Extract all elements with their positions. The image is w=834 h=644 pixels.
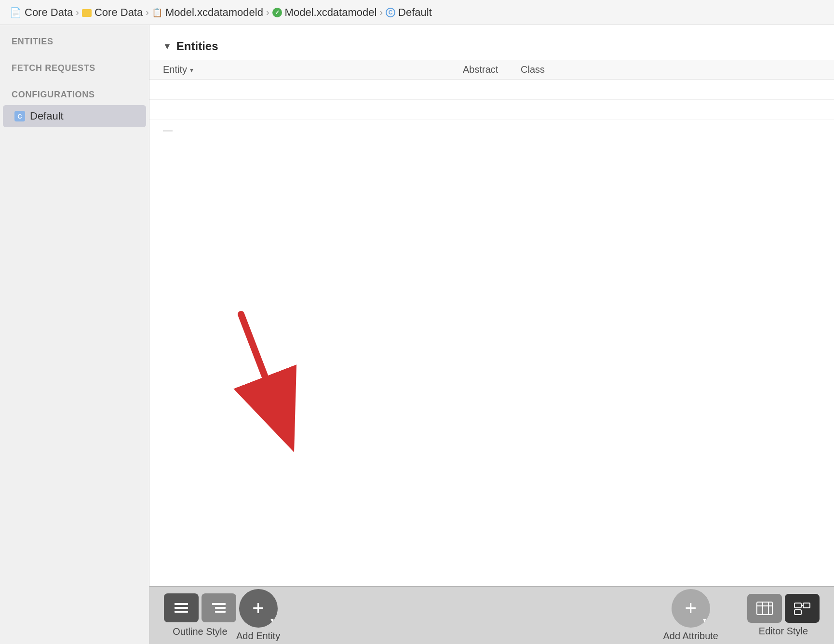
add-entity-group: + ▾ Add Entity	[236, 589, 280, 642]
entities-section: ▼ Entities Entity ▾ Abstract Class —	[149, 25, 834, 586]
editor-graph-button[interactable]	[785, 594, 820, 623]
breadcrumb-label-4: Model.xcdatamodel	[285, 6, 377, 19]
breadcrumb-sep-3: ›	[266, 7, 269, 18]
svg-rect-6	[215, 607, 226, 609]
svg-rect-4	[175, 611, 188, 613]
breadcrumb-item-5[interactable]: C Default	[386, 6, 432, 19]
svg-rect-7	[215, 611, 226, 613]
table-row-2	[149, 100, 834, 120]
folder-icon	[82, 9, 92, 17]
breadcrumb-label-1: Core Data	[25, 6, 73, 19]
svg-rect-8	[757, 602, 772, 615]
circle-c-icon: C	[386, 8, 395, 17]
sidebar-section-entities: ENTITIES	[0, 25, 149, 52]
breadcrumb-bar: 📄 Core Data › Core Data › 📋 Model.xcdata…	[0, 0, 834, 25]
svg-rect-12	[794, 603, 801, 608]
breadcrumb-sep-2: ›	[146, 7, 149, 18]
triangle-icon: ▼	[163, 41, 172, 52]
add-entity-button[interactable]: + ▾	[239, 589, 278, 628]
xcdatamodeld-icon: 📋	[152, 7, 162, 18]
section-title: Entities	[176, 40, 218, 53]
svg-rect-5	[212, 603, 226, 605]
add-attribute-button[interactable]: + ▾	[672, 589, 710, 628]
plus-icon: +	[252, 598, 264, 618]
bottom-toolbar: Outline Style + ▾ Add Entity + ▾ Add Att…	[149, 586, 834, 644]
content-area: ▼ Entities Entity ▾ Abstract Class —	[149, 25, 834, 586]
check-icon: ✓	[272, 8, 282, 17]
table-row-1	[149, 80, 834, 100]
sidebar-item-default-label: Default	[30, 110, 64, 122]
outline-list-button[interactable]	[164, 593, 199, 622]
breadcrumb-label-3: Model.xcdatamodeld	[165, 6, 263, 19]
outline-style-group: Outline Style	[164, 593, 236, 637]
editor-style-label: Editor Style	[759, 626, 808, 637]
svg-rect-14	[794, 610, 801, 615]
outline-style-label: Outline Style	[173, 626, 227, 637]
add-attribute-label: Add Attribute	[663, 631, 718, 642]
dash-row: —	[149, 120, 834, 141]
breadcrumb-label-5: Default	[398, 6, 432, 19]
col-header-abstract: Abstract	[463, 64, 521, 75]
add-entity-dropdown-arrow: ▾	[270, 616, 274, 624]
breadcrumb-item-4[interactable]: ✓ Model.xcdatamodel	[272, 6, 377, 19]
entity-col-dropdown-arrow[interactable]: ▾	[190, 66, 193, 74]
sidebar-item-default[interactable]: C Default	[3, 105, 146, 127]
c-icon: C	[14, 111, 25, 121]
document-icon: 📄	[10, 7, 22, 18]
svg-rect-2	[175, 603, 188, 605]
svg-rect-3	[175, 607, 188, 609]
breadcrumb-label-2: Core Data	[94, 6, 143, 19]
breadcrumb-item-2[interactable]: Core Data	[82, 6, 143, 19]
add-entity-label: Add Entity	[236, 631, 280, 642]
content-wrapper: ▼ Entities Entity ▾ Abstract Class —	[149, 25, 834, 644]
sidebar-section-fetch: FETCH REQUESTS	[0, 52, 149, 78]
table-header: Entity ▾ Abstract Class	[149, 60, 834, 80]
svg-rect-13	[803, 603, 810, 608]
breadcrumb-sep-4: ›	[379, 7, 383, 18]
sidebar-section-configurations: CONFIGURATIONS	[0, 78, 149, 105]
editor-style-group: Editor Style	[747, 594, 820, 637]
editor-style-buttons	[747, 594, 820, 623]
outline-style-buttons	[164, 593, 236, 622]
breadcrumb-item-1[interactable]: 📄 Core Data	[10, 6, 73, 19]
add-attribute-group: + ▾ Add Attribute	[663, 589, 718, 642]
add-attribute-dropdown-arrow: ▾	[703, 616, 706, 624]
editor-table-button[interactable]	[747, 594, 782, 623]
section-header: ▼ Entities	[149, 35, 834, 60]
outline-indent-button[interactable]	[202, 593, 236, 622]
sidebar: ENTITIES FETCH REQUESTS CONFIGURATIONS C…	[0, 25, 149, 644]
col-header-entity: Entity ▾	[163, 64, 463, 75]
col-header-class: Class	[521, 64, 821, 75]
main-layout: ENTITIES FETCH REQUESTS CONFIGURATIONS C…	[0, 25, 834, 644]
breadcrumb-item-3[interactable]: 📋 Model.xcdatamodeld	[152, 6, 263, 19]
add-attribute-plus-icon: +	[685, 598, 697, 618]
entity-col-label: Entity	[163, 64, 187, 75]
breadcrumb-sep-1: ›	[76, 7, 79, 18]
